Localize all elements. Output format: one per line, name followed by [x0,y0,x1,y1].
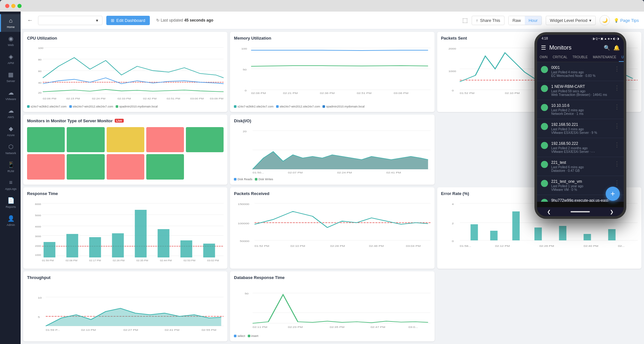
monitor-detail-5: VMware ESX/ESXi Server · - - [551,150,611,153]
mobile-tab-up[interactable]: UP [619,53,624,62]
monitor-cell-1[interactable] [27,127,65,153]
sidebar-label-server: Server [6,79,15,83]
monitor-dots-5[interactable]: ⋮ [614,141,620,148]
monitor-dots-4[interactable]: ⋮ [614,122,620,129]
mobile-header-title: Monitors [549,44,601,51]
mobile-bell-icon[interactable]: 🔔 [613,45,620,51]
sidebar-item-vmware[interactable]: ☁ VMware [0,86,21,104]
legend-item-2: site24x7-win2012.site24x7.com [69,105,113,108]
monitor-dots-3[interactable]: ⋮ [614,103,620,110]
monitor-cell-6[interactable] [27,154,65,180]
svg-text:20: 20 [243,130,247,133]
dashboard-dropdown[interactable]: ▾ [38,16,102,25]
monitor-icon: ⬚ [462,17,468,24]
sidebar-item-applogs[interactable]: ≡ AppLogs [0,176,21,194]
monitor-polled-2: Last Polled 59 secs ago [551,89,611,93]
mobile-tabs-row: OWN CRITICAL TROUBLE MAINTENANCE UP [537,53,624,62]
sidebar-item-azure[interactable]: ◆ Azure [0,122,21,140]
monitor-dots-1[interactable]: ⋮ [614,65,620,72]
svg-text:0: 0 [245,89,247,92]
sidebar-label-web: Web [8,43,14,47]
monitor-cell-7[interactable] [67,154,104,180]
sidebar-item-reports[interactable]: 📄 Reports [0,194,21,212]
monitor-dots-2[interactable]: ⋮ [614,84,620,91]
sidebar-item-web[interactable]: ◉ Web [0,32,21,50]
dark-mode-toggle[interactable]: 🌙 [600,15,610,25]
monitors-grid [27,126,224,181]
monitor-cell-5[interactable] [186,127,224,153]
sidebar-item-rum[interactable]: 📱 RUM [0,158,21,176]
sidebar-item-server[interactable]: ▦ Server [0,68,21,86]
monitor-info-7: 221_test_one_vm Last Polled 1 year ago V… [551,179,611,191]
mobile-menu-icon[interactable]: ☰ [541,44,546,51]
close-button[interactable] [5,4,9,8]
mobile-list-item-6[interactable]: 221_test Last Polled 6 mins ago Datastor… [537,157,624,176]
monitor-info-4: 192.168.50.221 Last Polled 3 mins ago VM… [551,122,611,135]
svg-rect-101 [559,226,566,240]
monitor-polled-3: Last Polled 2 mins ago [551,108,611,112]
topbar: ← ▾ ⊞ Edit Dashboard ↻ Last updated 45 s… [21,12,644,29]
mobile-list-item-4[interactable]: 192.168.50.221 Last Polled 3 mins ago VM… [537,119,624,138]
monitor-polled-1: Last Polled 4 mins ago [551,70,611,74]
maximize-button[interactable] [17,4,22,8]
mobile-status-icons: ◑ Q • ▣ ▲ ◈ ▸ ◐ ◑ [592,37,619,40]
monitor-status-1 [541,66,548,73]
mobile-tab-maintenance[interactable]: MAINTENANCE [590,53,619,62]
edit-dashboard-button[interactable]: ⊞ Edit Dashboard [106,16,150,25]
sidebar: ⌂ Home ◉ Web ◈ APM ▦ Server ☁ VMware ☁ A… [0,12,21,344]
mobile-tab-critical[interactable]: CRITICAL [550,53,570,62]
svg-text:02:40 PM: 02:40 PM [583,245,598,247]
db-insert-legend: insert [248,334,258,338]
minimize-button[interactable] [11,4,15,8]
share-this-button[interactable]: ↑ Share This [472,16,504,25]
hour-button[interactable]: Hour [525,16,542,25]
monitor-dots-6[interactable]: ⋮ [614,160,620,167]
sidebar-item-network[interactable]: ⬡ Network [0,140,21,158]
svg-text:02:46 PM: 02:46 PM [369,245,384,247]
monitor-cell-2[interactable] [67,127,104,153]
mobile-list-item-1[interactable]: 0001 Last Polled 4 mins ago EC Memcached… [537,62,624,81]
monitor-cell-3[interactable] [107,127,144,153]
monitor-info-5: 192.168.50.222 Last Polled 2 months ago … [551,141,611,153]
raw-button[interactable]: Raw [509,16,525,25]
page-tips-button[interactable]: 💡 Page Tips [614,18,639,23]
svg-rect-100 [534,228,542,240]
svg-text:03:04 PM: 03:04 PM [406,245,421,247]
mobile-tab-own[interactable]: OWN [537,53,550,62]
monitor-cell-4[interactable] [146,127,184,153]
sidebar-label-aws: AWS [7,116,14,119]
sidebar-item-aws[interactable]: ☁ AWS [0,104,21,122]
svg-text:02:55 PM: 02:55 PM [202,329,216,331]
svg-text:03:06 PM: 03:06 PM [394,92,409,95]
monitor-cell-9[interactable] [146,154,184,180]
sidebar-item-home[interactable]: ⌂ Home [0,14,21,32]
sidebar-label-azure: Azure [7,134,15,137]
svg-text:02:21 PM: 02:21 PM [283,92,298,95]
svg-text:4: 4 [452,203,454,206]
sidebar-item-apm[interactable]: ◈ APM [0,50,21,68]
cpu-widget-title: CPU Utilization [27,36,224,41]
mobile-list-item-2[interactable]: 1 NEW-RBM-CART Last Polled 59 secs ago W… [537,81,624,100]
monitor-status-8 [541,199,548,202]
svg-text:50: 50 [245,293,249,295]
svg-text:2000: 2000 [35,245,41,247]
sidebar-label-rum: RUM [7,170,14,173]
mobile-time: 4:18 [542,37,548,40]
mobile-tab-trouble[interactable]: TROUBLE [570,53,590,62]
mobile-nav-left[interactable]: ❮ [547,209,551,214]
widget-period-button[interactable]: Widget Level Period ▾ [546,16,596,25]
mobile-list-item-3[interactable]: 10.10.10.6 Last Polled 2 mins ago Networ… [537,100,624,119]
mobile-list-item-5[interactable]: 192.168.50.222 Last Polled 2 months ago … [537,138,624,157]
monitor-cell-8[interactable] [107,154,144,180]
back-button[interactable]: ← [26,16,34,25]
monitor-dots-7[interactable]: ⋮ [614,179,620,186]
legend-item-3: spadmin2010.mydomain.local [116,105,158,108]
svg-text:03:09 PM: 03:09 PM [210,98,224,100]
cpu-chart-legend: s24x7-w2k8r2.site24x7.com site24x7-win20… [27,105,224,108]
sidebar-item-admin[interactable]: 👤 Admin [0,212,21,230]
svg-text:2: 2 [452,222,454,225]
mobile-fab-button[interactable]: + [606,187,620,201]
monitor-name-5: 192.168.50.222 [551,141,611,146]
mobile-nav-right[interactable]: ❯ [610,209,614,214]
mobile-search-icon[interactable]: 🔍 [604,45,610,51]
